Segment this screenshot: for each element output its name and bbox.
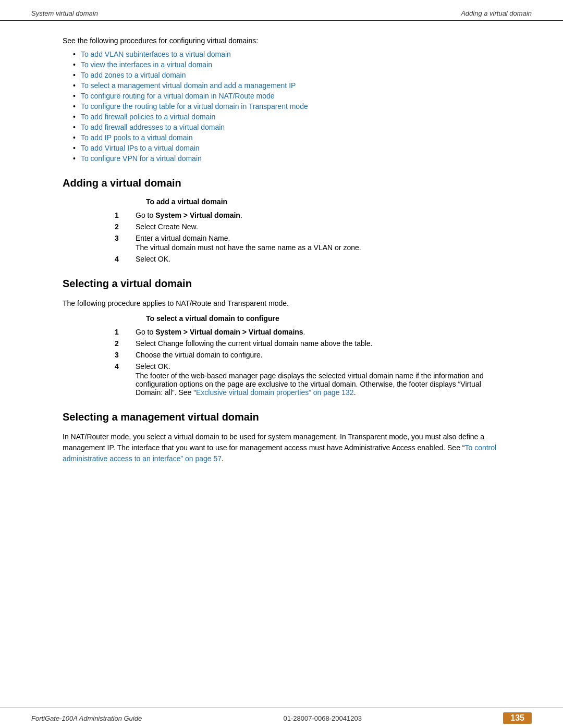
link-exclusive-domain[interactable]: Exclusive virtual domain properties” on … xyxy=(196,388,354,397)
list-item: To select a management virtual domain an… xyxy=(73,81,500,90)
list-item: To view the interfaces in a virtual doma… xyxy=(73,60,500,69)
link-firewall-addresses[interactable]: To add firewall addresses to a virtual d… xyxy=(81,123,225,131)
step-3-selecting: 3 Choose the virtual domain to configure… xyxy=(104,351,500,359)
step-4-adding: 4 Select OK. xyxy=(104,255,500,263)
step-2-adding: 2 Select Create New. xyxy=(104,223,500,231)
numbered-list-selecting: 1 Go to System > Virtual domain > Virtua… xyxy=(104,328,500,397)
step-content: Choose the virtual domain to configure. xyxy=(136,351,500,359)
section-heading-mgmt: Selecting a management virtual domain xyxy=(63,411,500,423)
link-firewall-policies[interactable]: To add firewall policies to a virtual do… xyxy=(81,113,215,121)
step-note: The virtual domain must not have the sam… xyxy=(136,243,500,252)
footer-guide-name: FortiGate-100A Administration Guide xyxy=(31,714,142,722)
step-num: 3 xyxy=(104,351,136,359)
step-4-selecting: 4 Select OK. The footer of the web-based… xyxy=(104,362,500,397)
step-num: 2 xyxy=(104,339,136,348)
link-routing-transparent[interactable]: To configure the routing table for a vir… xyxy=(81,102,308,110)
step-content: Select Change following the current virt… xyxy=(136,339,500,348)
header-right: Adding a virtual domain xyxy=(461,9,532,17)
list-item: To add zones to a virtual domain xyxy=(73,71,500,79)
link-list: To add VLAN subinterfaces to a virtual d… xyxy=(73,50,500,163)
procedure-block-selecting: To select a virtual domain to configure … xyxy=(104,314,500,397)
list-item: To configure the routing table for a vir… xyxy=(73,102,500,110)
mgmt-para: In NAT/Router mode, you select a virtual… xyxy=(63,431,500,464)
step-num: 4 xyxy=(104,255,136,263)
step-content: Select OK. xyxy=(136,255,500,263)
list-item: To configure VPN for a virtual domain xyxy=(73,154,500,163)
step-1-adding: 1 Go to System > Virtual domain. xyxy=(104,211,500,219)
link-add-zones[interactable]: To add zones to a virtual domain xyxy=(81,71,186,79)
header-left: System virtual domain xyxy=(31,9,98,17)
step-content: Select OK. The footer of the web-based m… xyxy=(136,362,500,397)
link-virtual-ips[interactable]: To add Virtual IPs to a virtual domain xyxy=(81,144,200,152)
procedure-title-selecting: To select a virtual domain to configure xyxy=(146,314,500,323)
footer-page-number: 135 xyxy=(503,712,532,724)
procedure-block-adding: To add a virtual domain 1 Go to System >… xyxy=(104,198,500,263)
procedure-title-adding: To add a virtual domain xyxy=(146,198,500,206)
step-num: 1 xyxy=(104,211,136,219)
step-num: 4 xyxy=(104,362,136,371)
footer-doc-number: 01-28007-0068-20041203 xyxy=(284,714,362,722)
main-content: See the following procedures for configu… xyxy=(0,21,563,708)
step-num: 3 xyxy=(104,234,136,242)
step-bold: System > Virtual domain > Virtual domain… xyxy=(155,328,303,336)
intro-paragraph: See the following procedures for configu… xyxy=(63,36,500,45)
link-vpn[interactable]: To configure VPN for a virtual domain xyxy=(81,154,202,163)
selecting-intro: The following procedure applies to NAT/R… xyxy=(63,298,500,309)
list-item: To add firewall addresses to a virtual d… xyxy=(73,123,500,131)
numbered-list-adding: 1 Go to System > Virtual domain. 2 Selec… xyxy=(104,211,500,263)
step-content: Go to System > Virtual domain. xyxy=(136,211,500,219)
section-heading-adding: Adding a virtual domain xyxy=(63,177,500,189)
list-item: To add VLAN subinterfaces to a virtual d… xyxy=(73,50,500,58)
list-item: To configure routing for a virtual domai… xyxy=(73,92,500,100)
link-management-ip[interactable]: To select a management virtual domain an… xyxy=(81,81,296,90)
step-note: The footer of the web-based manager page… xyxy=(136,372,500,397)
step-2-selecting: 2 Select Change following the current vi… xyxy=(104,339,500,348)
step-1-selecting: 1 Go to System > Virtual domain > Virtua… xyxy=(104,328,500,336)
step-bold: System > Virtual domain xyxy=(155,211,240,219)
section-heading-selecting: Selecting a virtual domain xyxy=(63,278,500,290)
list-item: To add IP pools to a virtual domain xyxy=(73,133,500,142)
step-num: 1 xyxy=(104,328,136,336)
page-header: System virtual domain Adding a virtual d… xyxy=(0,0,563,21)
list-item: To add Virtual IPs to a virtual domain xyxy=(73,144,500,152)
link-vlan[interactable]: To add VLAN subinterfaces to a virtual d… xyxy=(81,50,231,58)
step-content: Select Create New. xyxy=(136,223,500,231)
step-content: Go to System > Virtual domain > Virtual … xyxy=(136,328,500,336)
step-content: Enter a virtual domain Name. The virtual… xyxy=(136,234,500,252)
list-item: To add firewall policies to a virtual do… xyxy=(73,113,500,121)
link-admin-access[interactable]: To control administrative access to an i… xyxy=(63,443,496,463)
link-routing-nat[interactable]: To configure routing for a virtual domai… xyxy=(81,92,275,100)
page-footer: FortiGate-100A Administration Guide 01-2… xyxy=(0,708,563,728)
step-num: 2 xyxy=(104,223,136,231)
step-3-adding: 3 Enter a virtual domain Name. The virtu… xyxy=(104,234,500,252)
link-view-interfaces[interactable]: To view the interfaces in a virtual doma… xyxy=(81,60,212,69)
link-ip-pools[interactable]: To add IP pools to a virtual domain xyxy=(81,133,193,142)
